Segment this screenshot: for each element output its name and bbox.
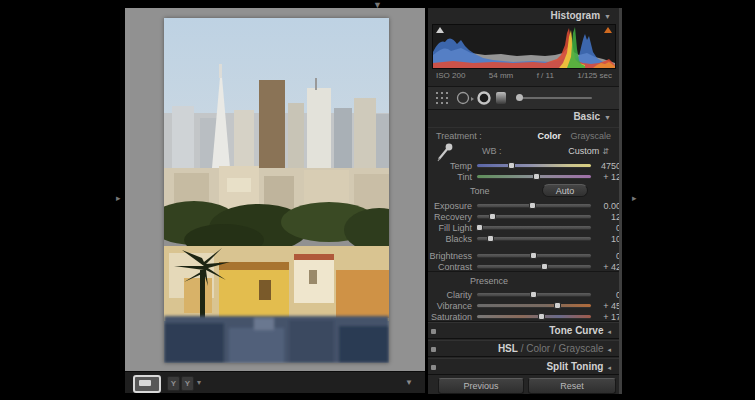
tone-curve-panel-header[interactable]: Tone Curve◂ [428, 322, 619, 339]
histogram-graph [433, 25, 615, 68]
treatment-color-option[interactable]: Color [538, 131, 562, 141]
slider-value[interactable]: 0 [591, 290, 621, 300]
slider-value[interactable]: + 17 [591, 312, 621, 322]
vibrance-slider[interactable]: Vibrance+ 45 [428, 300, 619, 311]
graduated-filter-tool-icon[interactable] [495, 91, 507, 105]
panel-title-part[interactable]: Tone Curve [549, 325, 603, 336]
slider-knob[interactable] [538, 313, 545, 320]
panel-title-part[interactable]: Color [526, 343, 550, 354]
slider-track[interactable] [477, 289, 591, 300]
slider-value[interactable]: 12 [591, 212, 621, 222]
slider-knob[interactable] [476, 224, 483, 231]
slider-value[interactable]: 0 [591, 223, 621, 233]
tint-slider[interactable]: Tint+ 12 [428, 171, 619, 182]
histogram-collapse-icon: ▼ [604, 13, 611, 20]
recovery-slider[interactable]: Recovery12 [428, 211, 619, 222]
slider-track[interactable] [477, 200, 591, 211]
slider-knob[interactable] [508, 162, 515, 169]
slider-value[interactable]: 10 [591, 234, 621, 244]
basic-collapse-icon: ▼ [604, 114, 611, 121]
tone-label: Tone [470, 186, 490, 196]
slider-value[interactable]: + 12 [591, 172, 621, 182]
loupe-view-button[interactable] [133, 375, 161, 393]
slider-label: Temp [428, 161, 477, 171]
clarity-slider[interactable]: Clarity0 [428, 289, 619, 300]
slider-label: Exposure [428, 201, 477, 211]
slider-label: Clarity [428, 290, 477, 300]
hsl-panel-header[interactable]: HSL / Color / Grayscale◂ [428, 340, 619, 357]
reset-button[interactable]: Reset [528, 378, 616, 394]
slider-track[interactable] [477, 211, 591, 222]
develop-right-panel: Histogram▼ ISO 200 54 mm f / 11 1/125 se… [428, 8, 622, 394]
view-options-dropdown-icon[interactable]: ▾ [197, 378, 201, 387]
previous-button[interactable]: Previous [438, 378, 524, 394]
treatment-label: Treatment : [436, 131, 482, 141]
slider-track[interactable] [477, 171, 591, 182]
panel-title-part[interactable]: Grayscale [558, 343, 603, 354]
auto-tone-button[interactable]: Auto [542, 184, 588, 197]
slider-value[interactable]: 0 [591, 251, 621, 261]
white-balance-eyedropper-icon[interactable] [436, 142, 454, 162]
slider-knob[interactable] [487, 235, 494, 242]
tool-strip [428, 86, 619, 110]
slider-knob[interactable] [533, 173, 540, 180]
right-panel-collapse-icon[interactable]: ▸ [632, 194, 637, 203]
crop-tool-icon[interactable] [435, 91, 449, 105]
panel-expand-icon: ◂ [607, 364, 611, 371]
fill-light-slider[interactable]: Fill Light0 [428, 222, 619, 233]
brightness-slider[interactable]: Brightness0 [428, 250, 619, 261]
slider-knob[interactable] [541, 263, 548, 270]
panel-title-part[interactable]: HSL [498, 343, 518, 354]
slider-track[interactable] [477, 233, 591, 244]
blacks-slider[interactable]: Blacks10 [428, 233, 619, 244]
slider-track[interactable] [477, 160, 591, 171]
slider-knob[interactable] [529, 202, 536, 209]
exposure-slider[interactable]: Exposure0.00 [428, 200, 619, 211]
slider-track-bar [477, 164, 591, 167]
slider-track-bar [477, 304, 591, 307]
basic-panel-header[interactable]: Basic▼ [428, 109, 619, 125]
toolbar-collapse-icon[interactable]: ▼ [405, 378, 413, 387]
photo-san-francisco[interactable] [164, 18, 389, 363]
red-eye-tool-icon[interactable] [477, 91, 491, 105]
exif-shutter: 1/125 sec [577, 70, 612, 82]
slider-track[interactable] [477, 300, 591, 311]
histogram-chart[interactable] [432, 24, 616, 69]
histogram-panel-header[interactable]: Histogram▼ [428, 8, 619, 24]
panel-switch-icon[interactable] [431, 365, 436, 370]
compare-left-icon: Y [167, 376, 180, 391]
slider-knob[interactable] [530, 291, 537, 298]
slider-track[interactable] [477, 250, 591, 261]
adjustment-brush-tool-icon[interactable] [520, 97, 592, 99]
slider-value[interactable]: 4750 [591, 161, 621, 171]
treatment-grayscale-option[interactable]: Grayscale [570, 131, 611, 141]
slider-value[interactable]: 0.00 [591, 201, 621, 211]
left-panel-collapse-icon[interactable]: ▸ [116, 194, 121, 203]
slider-track-bar [477, 265, 591, 268]
slider-knob[interactable] [530, 252, 537, 259]
slider-label: Recovery [428, 212, 477, 222]
slider-label: Contrast [428, 262, 477, 272]
before-after-view-button[interactable]: Y Y [167, 376, 194, 391]
panel-scrollbar[interactable] [619, 8, 622, 394]
slider-value[interactable]: + 45 [591, 301, 621, 311]
panel-switch-icon[interactable] [431, 329, 436, 334]
spot-removal-tool-icon[interactable] [456, 91, 474, 105]
presence-sliders: Clarity0Vibrance+ 45Saturation+ 17 [428, 289, 619, 322]
slider-knob[interactable] [489, 213, 496, 220]
image-preview-area [125, 8, 425, 371]
slider-knob[interactable] [554, 302, 561, 309]
slider-value[interactable]: + 42 [591, 262, 621, 272]
split-toning-panel-header[interactable]: Split Toning◂ [428, 358, 619, 375]
wb-preset-dropdown[interactable]: Custom⇵ [568, 146, 609, 156]
slider-track-bar [477, 315, 591, 318]
panel-switch-icon[interactable] [431, 347, 436, 352]
slider-track[interactable] [477, 222, 591, 233]
panel-title-part[interactable]: Split Toning [546, 361, 603, 372]
adjustment-brush-knob[interactable] [516, 94, 523, 101]
basic-title: Basic [573, 111, 600, 122]
highlight-clipping-icon[interactable] [604, 27, 612, 33]
develop-footer-buttons: Previous Reset [428, 377, 619, 396]
shadow-clipping-icon[interactable] [436, 27, 444, 33]
temp-slider[interactable]: Temp4750 [428, 160, 619, 171]
